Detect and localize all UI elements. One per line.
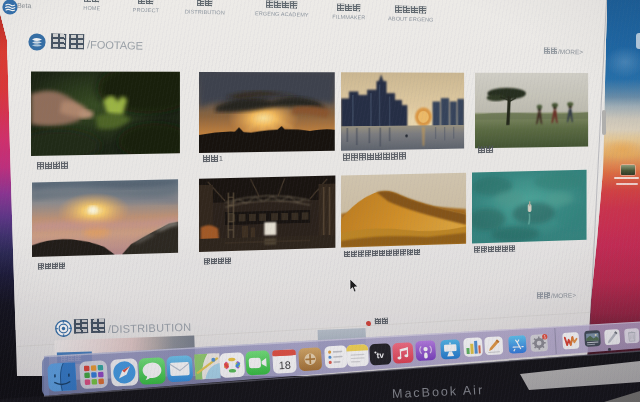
svg-text:tv: tv — [376, 351, 384, 360]
svg-text:18: 18 — [278, 358, 291, 371]
